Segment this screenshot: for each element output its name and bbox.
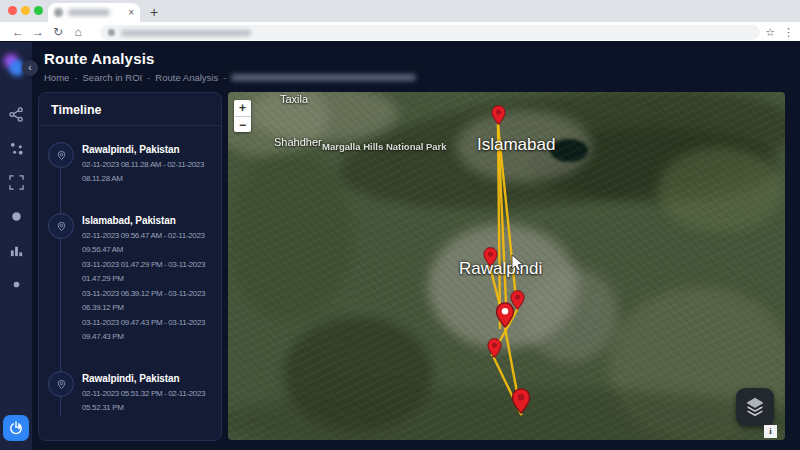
timeline-entry[interactable]: Rawalpindi, Pakistan02-11-2023 08.11.28 … [47, 142, 217, 187]
entry-time-range: 03-11-2023 09.47.43 PM - 03-11-202309.47… [82, 316, 217, 344]
entry-time-range: 03-11-2023 06.39.12 PM - 03-11-202306.39… [82, 287, 217, 315]
browser-tabbar: × + [0, 0, 800, 22]
map-layers-button[interactable] [736, 388, 774, 426]
page-title: Route Analysis [44, 50, 416, 67]
screenshot-root: × + ← → ↻ ⌂ ☆ ⋮ [0, 0, 800, 450]
url-text-redacted [121, 30, 251, 36]
timeline-entries: Rawalpindi, Pakistan02-11-2023 08.11.28 … [39, 126, 221, 441]
breadcrumb-item[interactable]: Route Analysis [155, 72, 218, 83]
timeline-entry[interactable]: Islamabad, Pakistan02-11-2023 09.56.47 A… [47, 213, 217, 345]
breadcrumb-separator: - [74, 72, 77, 83]
map-attribution-button[interactable]: i [764, 425, 777, 438]
map-place-label: Shahdher [274, 136, 322, 148]
breadcrumb: Home-Search in ROI-Route Analysis- [44, 72, 416, 83]
map-place-label: Taxila [280, 93, 308, 105]
map-marker-pin[interactable] [491, 105, 506, 125]
zoom-out-button[interactable]: − [234, 116, 251, 132]
dot-icon[interactable] [9, 277, 24, 292]
rawal-lake [550, 139, 588, 162]
home-icon[interactable]: ⌂ [68, 22, 88, 42]
entry-time-range: 02-11-2023 08.11.28 AM - 02-11-202308.11… [82, 158, 217, 186]
sidebar-collapse-button[interactable]: ‹ [22, 60, 38, 76]
bookmark-star-icon[interactable]: ☆ [765, 25, 775, 40]
map-marker-pin[interactable] [483, 247, 498, 267]
bar-chart-icon[interactable] [9, 243, 24, 258]
cluster-icon[interactable] [9, 141, 24, 156]
back-icon[interactable]: ← [8, 22, 28, 42]
tab-title-redacted [68, 9, 110, 16]
toolbar-right: ☆ ⋮ [765, 25, 794, 40]
location-pin-icon [48, 142, 74, 168]
circle-icon[interactable] [9, 209, 24, 224]
frame-select-icon[interactable] [9, 175, 24, 190]
window-close-button[interactable] [8, 6, 17, 15]
route-lines [228, 92, 785, 440]
site-info-icon[interactable] [108, 29, 115, 36]
graph-nodes-icon[interactable] [9, 107, 24, 122]
mouse-cursor [228, 92, 785, 440]
browser-menu-icon[interactable]: ⋮ [783, 25, 794, 40]
breadcrumb-item[interactable]: Search in ROI [83, 72, 143, 83]
location-pin-icon [48, 371, 74, 397]
entry-location: Islamabad, Pakistan [82, 215, 217, 226]
window-minimize-button[interactable] [21, 6, 30, 15]
breadcrumb-separator: - [223, 72, 226, 83]
timeline-entry[interactable]: Rawalpindi, Pakistan02-11-2023 05.51.32 … [47, 371, 217, 416]
window-zoom-button[interactable] [34, 6, 43, 15]
map-zoom-control: + − [234, 100, 251, 132]
timeline-title: Timeline [39, 93, 221, 126]
forward-icon[interactable]: → [28, 22, 48, 42]
timeline-panel: Timeline Rawalpindi, Pakistan02-11-2023 … [38, 92, 222, 441]
map-place-label: Rawalpindi [459, 259, 542, 279]
breadcrumb-separator: - [147, 72, 150, 83]
tab-favicon [54, 8, 63, 17]
page-header: Route Analysis Home-Search in ROI-Route … [44, 50, 416, 83]
map-marker-pin[interactable] [495, 302, 515, 328]
map-marker-pin[interactable] [487, 338, 502, 358]
entry-location: Rawalpindi, Pakistan [82, 373, 217, 384]
map-place-label: Margalla Hills National Park [322, 141, 447, 152]
breadcrumb-item[interactable]: Home [44, 72, 69, 83]
logout-button[interactable] [3, 415, 29, 441]
new-tab-button[interactable]: + [146, 4, 162, 20]
breadcrumb-id-redacted [231, 74, 416, 81]
zoom-in-button[interactable]: + [234, 100, 251, 116]
app-window: ‹ Route Analysis Home-Search in ROI-Rout… [0, 42, 800, 450]
entry-time-range: 02-11-2023 09.56.47 AM - 02-11-202309.56… [82, 229, 217, 257]
map-place-label: Islamabad [477, 135, 555, 155]
location-pin-icon [48, 213, 74, 239]
map-canvas[interactable]: TaxilaShahdherMargalla Hills National Pa… [228, 92, 785, 440]
map-marker-pin[interactable] [511, 388, 531, 414]
sidebar-rail [0, 42, 32, 450]
entry-time-range: 03-11-2023 01.47.29 PM - 03-11-202301.47… [82, 258, 217, 286]
tab-close-icon[interactable]: × [128, 8, 134, 18]
entry-time-range: 02-11-2023 05.51.32 PM - 02-11-202305.52… [82, 387, 217, 415]
url-bar[interactable] [100, 25, 760, 40]
reload-icon[interactable]: ↻ [48, 22, 68, 42]
browser-tab[interactable]: × [48, 3, 140, 22]
entry-location: Rawalpindi, Pakistan [82, 144, 217, 155]
